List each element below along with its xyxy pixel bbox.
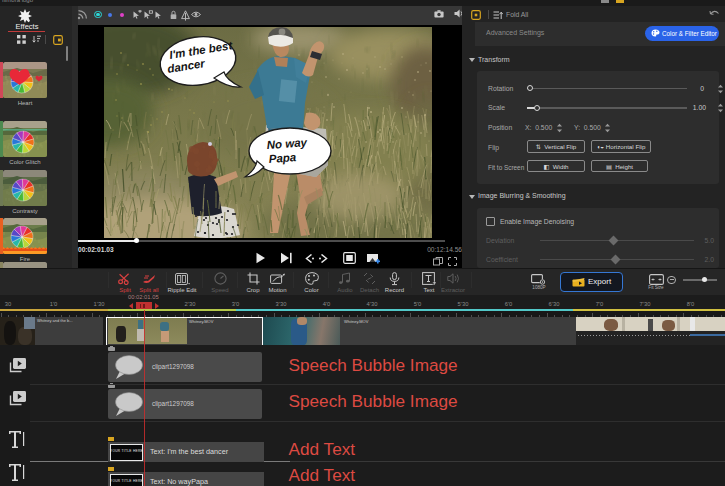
svg-text:Papa: Papa: [268, 151, 297, 165]
